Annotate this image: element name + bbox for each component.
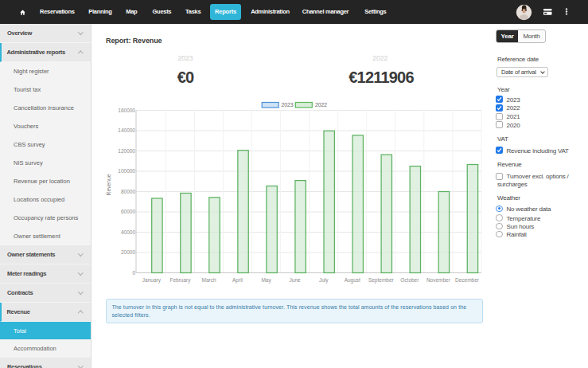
svg-text:2022: 2022 <box>315 102 327 108</box>
svg-text:120000: 120000 <box>118 148 135 154</box>
svg-text:160000: 160000 <box>118 108 135 113</box>
svg-text:2023: 2023 <box>282 102 294 108</box>
svg-text:January: January <box>142 277 162 284</box>
svg-text:140000: 140000 <box>118 127 135 133</box>
svg-text:June: June <box>290 277 301 283</box>
svg-text:February: February <box>169 277 191 284</box>
svg-text:August: August <box>345 277 360 284</box>
svg-text:80000: 80000 <box>121 189 135 194</box>
svg-text:20000: 20000 <box>121 249 135 255</box>
svg-text:100000: 100000 <box>118 168 135 174</box>
svg-text:Revenue: Revenue <box>106 174 111 195</box>
svg-text:March: March <box>201 277 216 283</box>
svg-text:November: November <box>426 277 451 283</box>
svg-text:July: July <box>319 277 329 284</box>
svg-text:0: 0 <box>132 270 135 276</box>
svg-text:May: May <box>261 277 271 284</box>
svg-text:40000: 40000 <box>121 229 135 235</box>
svg-text:September: September <box>368 277 395 284</box>
svg-text:October: October <box>400 277 419 283</box>
svg-text:December: December <box>455 277 480 283</box>
svg-text:60000: 60000 <box>121 209 135 214</box>
svg-text:April: April <box>232 277 243 284</box>
